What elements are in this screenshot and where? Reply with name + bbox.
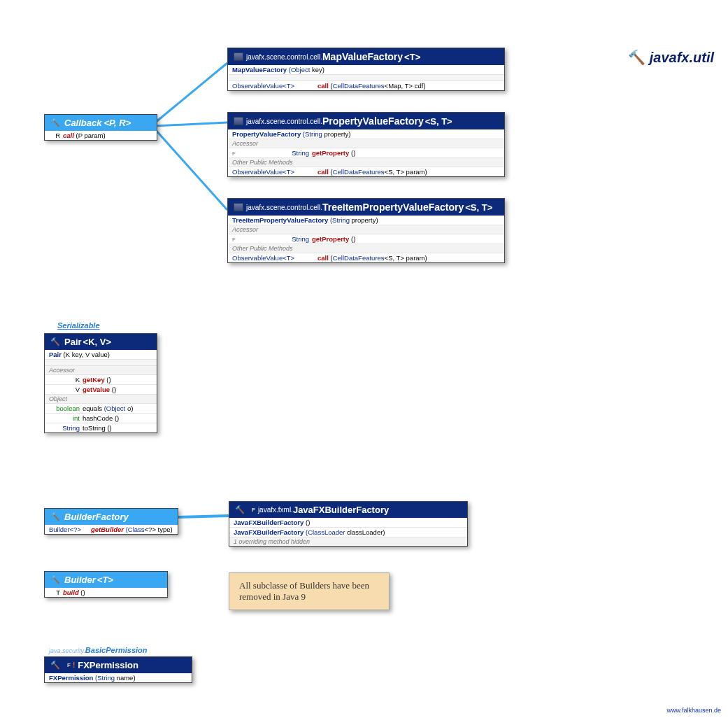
hammer-icon bbox=[50, 118, 60, 127]
javafxbuilderfactory-box: F javafx.fxml. JavaFXBuilderFactory Java… bbox=[229, 501, 468, 547]
package-title: 🔨javafx.util bbox=[628, 49, 714, 66]
hammer-icon: 🔨 bbox=[628, 50, 645, 65]
callback-generics: <P, R> bbox=[104, 118, 131, 128]
treeitempvf-box: javafx.scene.control.cell. TreeItemPrope… bbox=[227, 198, 505, 263]
javafxbf-ctor1-row: JavaFXBuilderFactory () bbox=[229, 518, 467, 527]
propvf-sect-accessor: Accessor bbox=[228, 139, 504, 148]
builderfactory-method-row: Builder<?> getBuilder (Class<?> type) bbox=[45, 525, 178, 534]
mapvaluefactory-box: javafx.scene.control.cell. MapValueFacto… bbox=[227, 48, 505, 91]
spacer bbox=[228, 74, 504, 80]
svg-line-0 bbox=[155, 63, 227, 122]
hammer-icon bbox=[50, 661, 60, 670]
mapvf-ctor-row: MapValueFactory (Object key) bbox=[228, 65, 504, 74]
fxpermission-box: F ! FXPermission FXPermission (String na… bbox=[44, 656, 192, 683]
serializable-label: Serializable bbox=[57, 321, 100, 330]
hammer-icon bbox=[50, 512, 60, 521]
callback-sig: call (P param) bbox=[63, 132, 152, 139]
pair-header: Pair <K, V> bbox=[45, 334, 157, 350]
pair-hashcode-row: int hashCode () bbox=[45, 413, 157, 423]
class-icon bbox=[234, 117, 243, 125]
spacer bbox=[45, 359, 157, 365]
pair-getkey-row: K getKey () bbox=[45, 374, 157, 384]
pair-getvalue-row: V getValue () bbox=[45, 384, 157, 394]
callback-name: Callback bbox=[64, 118, 101, 128]
mapvf-pkg: javafx.scene.control.cell. bbox=[246, 53, 322, 61]
hammer-icon bbox=[50, 575, 60, 584]
hammer-icon bbox=[50, 337, 60, 346]
hammer-icon bbox=[235, 505, 245, 514]
builder-method-row: T build () bbox=[45, 588, 167, 597]
javafxbf-ctor2-row: JavaFXBuilderFactory (ClassLoader classL… bbox=[229, 527, 467, 537]
mapvf-generics: <T> bbox=[404, 52, 420, 62]
callback-header: Callback <P, R> bbox=[45, 115, 157, 131]
callback-box: Callback <P, R> R call (P param) bbox=[44, 114, 157, 141]
builder-box: Builder <T> T build () bbox=[44, 571, 168, 598]
propvf-call-row: ObservableValue<T> call (CellDataFeature… bbox=[228, 167, 504, 176]
pair-equals-row: boolean equals (Object o) bbox=[45, 403, 157, 413]
builder-header: Builder <T> bbox=[45, 572, 167, 588]
basicpermission-label: java.security.BasicPermission bbox=[49, 646, 148, 654]
final-badge: F bbox=[67, 662, 71, 668]
mapvf-header: javafx.scene.control.cell. MapValueFacto… bbox=[228, 48, 504, 65]
class-icon bbox=[234, 203, 243, 211]
svg-line-3 bbox=[176, 516, 229, 517]
pair-ctor-row: Pair (K key, V value) bbox=[45, 350, 157, 359]
fxperm-header: F ! FXPermission bbox=[45, 657, 192, 673]
fxperm-ctor-row: FXPermission (String name) bbox=[45, 673, 192, 682]
treepvf-header: javafx.scene.control.cell. TreeItemPrope… bbox=[228, 199, 504, 216]
mapvf-name: MapValueFactory bbox=[322, 51, 403, 62]
svg-line-2 bbox=[155, 129, 227, 210]
treepvf-ctor-row: TreeItemPropertyValueFactory (String pro… bbox=[228, 216, 504, 225]
svg-line-1 bbox=[155, 122, 227, 126]
propvf-getproperty-row: F String getProperty () bbox=[228, 148, 504, 157]
class-icon bbox=[234, 52, 243, 61]
callback-ret: R bbox=[49, 132, 63, 139]
exclaim-badge: ! bbox=[73, 661, 75, 669]
final-badge: F bbox=[252, 507, 255, 513]
treepvf-getproperty-row: F String getProperty () bbox=[228, 234, 504, 244]
propvf-header: javafx.scene.control.cell. PropertyValue… bbox=[228, 113, 504, 129]
footer-link[interactable]: www.falkhausen.de bbox=[666, 707, 721, 714]
builderfactory-box: BuilderFactory Builder<?> getBuilder (Cl… bbox=[44, 508, 178, 535]
treepvf-call-row: ObservableValue<T> call (CellDataFeature… bbox=[228, 253, 504, 262]
propvf-ctor-row: PropertyValueFactory (String property) bbox=[228, 129, 504, 139]
propertyvaluefactory-box: javafx.scene.control.cell. PropertyValue… bbox=[227, 112, 505, 177]
callback-method-row: R call (P param) bbox=[45, 131, 157, 140]
note-box: All subclasse of Builders have been remo… bbox=[229, 572, 390, 610]
javafxbf-header: F javafx.fxml. JavaFXBuilderFactory bbox=[229, 502, 467, 518]
pair-tostring-row: String toString () bbox=[45, 423, 157, 432]
package-title-text: javafx.util bbox=[650, 50, 714, 65]
propvf-sect-other: Other Public Methods bbox=[228, 157, 504, 167]
mapvf-call-row: ObservableValue<T> call (CellDataFeature… bbox=[228, 80, 504, 90]
pair-box: Pair <K, V> Pair (K key, V value) Access… bbox=[44, 333, 157, 433]
builderfactory-header: BuilderFactory bbox=[45, 509, 178, 525]
